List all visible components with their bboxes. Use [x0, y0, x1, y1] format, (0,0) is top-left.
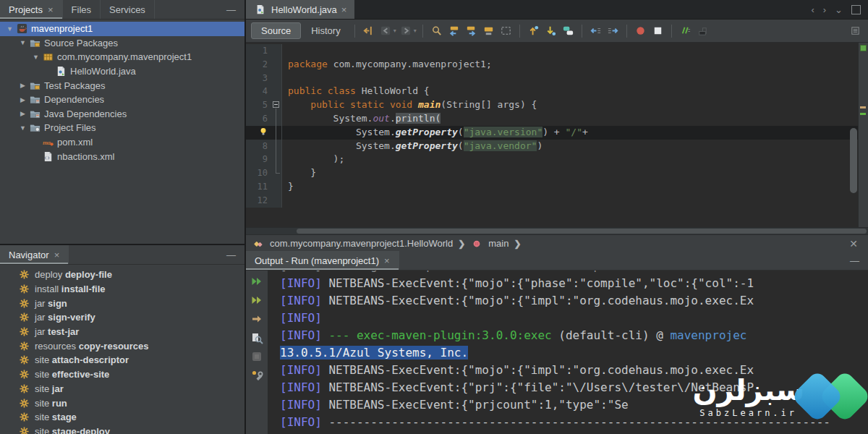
code-line-6[interactable]: 6 System.out.println( — [246, 112, 859, 126]
minimize-icon[interactable]: — — [218, 0, 244, 19]
search-output-icon[interactable] — [250, 331, 264, 345]
code-editor[interactable]: 12package com.mycompany.mavenproject1;34… — [246, 43, 868, 227]
chevron-right-icon[interactable]: ❯ — [514, 239, 521, 249]
breadcrumb-method[interactable]: main — [488, 238, 509, 249]
next-bookmark-icon[interactable] — [543, 23, 558, 38]
rerun-icon[interactable] — [250, 274, 264, 289]
chevron-right-icon[interactable]: ▶ — [17, 82, 28, 89]
back-dropdown-icon[interactable]: ▾ — [393, 27, 396, 34]
navigator-goal-install-install-file[interactable]: install install-file — [0, 282, 244, 297]
tree-item-pom-xml[interactable]: mapom.xml — [0, 135, 244, 150]
last-edit-location-icon[interactable] — [361, 23, 376, 38]
forward-icon[interactable] — [399, 23, 414, 38]
chevron-down-icon[interactable]: ▼ — [17, 124, 28, 132]
close-icon[interactable]: × — [48, 5, 54, 14]
chevron-right-icon[interactable]: ❯ — [458, 239, 465, 249]
navigator-goal-site-run[interactable]: site run — [0, 396, 244, 410]
code-line-9[interactable]: 9 ); — [246, 153, 859, 166]
prev-tab-icon[interactable]: ‹ — [811, 4, 814, 15]
chevron-right-icon[interactable]: ▶ — [17, 110, 28, 117]
close-icon[interactable]: × — [384, 256, 390, 265]
navigator-goal-jar-sign[interactable]: jar sign — [0, 296, 244, 310]
chevron-down-icon[interactable]: ▼ — [30, 54, 41, 61]
shift-right-icon[interactable] — [605, 23, 621, 38]
minimize-icon[interactable]: — — [218, 245, 244, 264]
log-line[interactable]: [INFO] --- exec-maven-plugin:3.0.0:exec … — [280, 327, 868, 344]
toggle-highlight-icon[interactable] — [481, 23, 496, 38]
chevron-right-icon[interactable]: ▶ — [17, 96, 28, 103]
jump-arrow-icon[interactable] — [250, 312, 264, 326]
stripe-ok-mark[interactable] — [860, 113, 866, 115]
code-line-8[interactable]: 8 System.getProperty("java.vendor") — [246, 140, 859, 153]
maximize-icon[interactable] — [851, 5, 861, 14]
code-line-4[interactable]: 4public class HelloWorld { — [246, 85, 859, 98]
navigator-goal-site-effective-site[interactable]: site effective-site — [0, 367, 244, 382]
tree-item-helloworld-java[interactable]: HelloWorld.java — [0, 64, 244, 79]
stop-macro-icon[interactable] — [650, 23, 665, 38]
navigator-goal-site-stage-deploy[interactable]: site stage-deploy — [0, 425, 244, 434]
maven-settings-icon[interactable] — [250, 368, 264, 383]
editor-options-icon[interactable] — [848, 23, 863, 38]
code-line-11[interactable]: 11} — [246, 180, 859, 194]
hint-bulb-icon[interactable] — [246, 126, 271, 140]
close-icon[interactable]: × — [341, 5, 347, 14]
code-line-5[interactable]: 5 public static void main(String[] args)… — [246, 98, 859, 112]
vertical-scrollbar-thumb[interactable] — [850, 128, 857, 193]
navigator-goal-site-jar[interactable]: site jar — [0, 382, 244, 396]
comment-icon[interactable] — [678, 23, 693, 38]
navigator-goal-resources-copy-resources[interactable]: resources copy-resources — [0, 339, 244, 353]
editor-tab-helloworld[interactable]: HelloWorld.java × — [246, 0, 354, 19]
no-errors-indicator[interactable] — [860, 45, 867, 51]
tree-item-source-packages[interactable]: ▼Source Packages — [0, 36, 244, 51]
close-icon[interactable]: ✕ — [849, 238, 862, 250]
next-occurrence-icon[interactable] — [561, 23, 576, 38]
shift-left-icon[interactable] — [588, 23, 603, 38]
history-view-button[interactable]: History — [303, 23, 348, 38]
tree-item-nbactions-xml[interactable]: nbactions.xml — [0, 149, 244, 163]
tree-item-project-files[interactable]: ▼Project Files — [0, 121, 244, 135]
stripe-warning-mark[interactable] — [860, 106, 866, 109]
tree-item-test-packages[interactable]: ▶Test Packages — [0, 78, 244, 93]
rerun-goals-icon[interactable] — [250, 293, 264, 307]
log-line[interactable]: [INFO] NETBEANS-ExecEvent:{"mojo":{"phas… — [280, 275, 868, 292]
code-line-2[interactable]: 2package com.mycompany.mavenproject1; — [246, 58, 859, 72]
error-stripe[interactable] — [858, 43, 868, 227]
find-selection-icon[interactable] — [429, 23, 444, 38]
fold-toggle-icon[interactable] — [271, 98, 282, 112]
navigator-goal-jar-test-jar[interactable]: jar test-jar — [0, 325, 244, 339]
navigator-goal-site-attach-descriptor[interactable]: site attach-descriptor — [0, 353, 244, 367]
tab-navigator[interactable]: Navigator × — [0, 245, 69, 264]
close-icon[interactable]: × — [54, 250, 60, 260]
tab-list-icon[interactable]: ⌄ — [835, 4, 843, 15]
tree-item-com-mycompany-mavenproject1[interactable]: ▼com.mycompany.mavenproject1 — [0, 50, 244, 64]
navigator-goal-jar-sign-verify[interactable]: jar sign-verify — [0, 310, 244, 325]
chevron-down-icon[interactable]: ▼ — [4, 25, 15, 33]
tab-files[interactable]: Files — [63, 0, 101, 19]
find-next-icon[interactable] — [464, 23, 479, 38]
code-line-12[interactable]: 12 — [246, 194, 859, 208]
tab-services[interactable]: Services — [101, 0, 155, 19]
tree-item-mavenproject1[interactable]: ▼mavenproject1 — [0, 22, 244, 36]
back-icon[interactable] — [378, 23, 393, 38]
stop-build-icon[interactable] — [250, 349, 264, 364]
tree-item-dependencies[interactable]: ▶Dependencies — [0, 93, 244, 107]
code-line-10[interactable]: 10 } — [246, 166, 859, 180]
log-line[interactable]: [INFO] — [280, 310, 868, 327]
tree-item-java-dependencies[interactable]: ▶Java Dependencies — [0, 107, 244, 122]
uncomment-icon[interactable] — [695, 23, 710, 38]
find-previous-icon[interactable] — [446, 23, 461, 38]
code-line-1[interactable]: 1 — [246, 44, 859, 58]
log-line[interactable]: [INFO] NETBEANS-ExecEvent:{"mojo":{"impl… — [280, 292, 868, 310]
horizontal-scrollbar-thumb[interactable] — [297, 229, 867, 234]
tab-output-run[interactable]: Output - Run (mavenproject1) × — [246, 251, 399, 270]
chevron-down-icon[interactable]: ▼ — [17, 39, 28, 46]
previous-bookmark-icon[interactable] — [526, 23, 541, 38]
forward-dropdown-icon[interactable]: ▾ — [414, 27, 417, 34]
navigator-goal-deploy-deploy-file[interactable]: deploy deploy-file — [0, 268, 244, 282]
source-view-button[interactable]: Source — [251, 22, 301, 39]
navigator-goal-site-stage[interactable]: site stage — [0, 410, 244, 425]
rectangular-selection-icon[interactable] — [498, 23, 514, 38]
next-tab-icon[interactable]: › — [823, 4, 826, 15]
breadcrumb-class[interactable]: com.mycompany.mavenproject1.HelloWorld — [270, 238, 453, 249]
horizontal-scrollbar[interactable] — [246, 227, 868, 234]
